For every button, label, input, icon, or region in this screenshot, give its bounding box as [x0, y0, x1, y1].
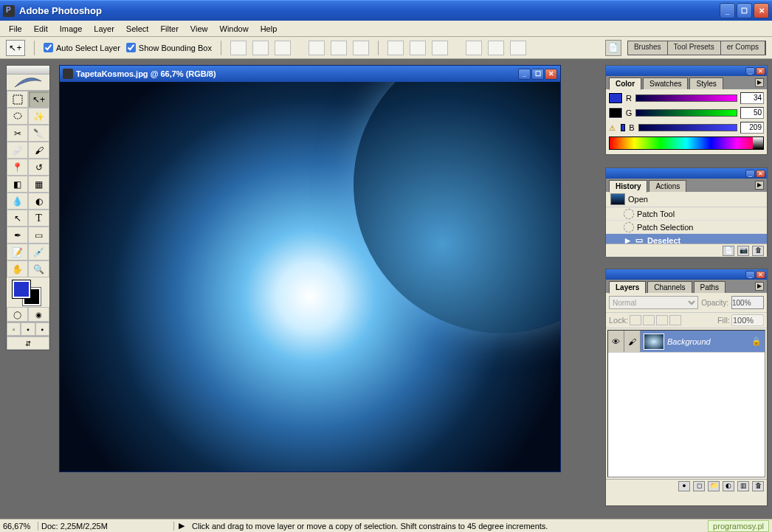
auto-select-layer-checkbox[interactable]: Auto Select Layer [44, 43, 120, 52]
doc-maximize-button[interactable]: ☐ [531, 69, 544, 80]
pen-tool[interactable]: ✒ [7, 227, 28, 243]
dodge-tool[interactable]: ◐ [28, 193, 49, 210]
doc-close-button[interactable]: ✕ [545, 69, 557, 80]
distribute-button[interactable] [510, 41, 526, 55]
gradient-tool[interactable]: ▦ [28, 176, 49, 193]
screen-mode-standard[interactable]: ▫ [7, 322, 21, 336]
panel-minimize-button[interactable]: _ [745, 67, 755, 75]
dock-tab-layer-comps[interactable]: er Comps [721, 41, 765, 55]
distribute-button[interactable] [387, 41, 404, 55]
delete-layer-button[interactable]: 🗑 [752, 481, 764, 491]
new-layer-button[interactable]: ▥ [737, 481, 749, 491]
show-bounding-box-checkbox[interactable]: Show Bounding Box [126, 43, 212, 52]
dock-tab-brushes[interactable]: Brushes [628, 41, 668, 55]
tab-styles[interactable]: Styles [689, 77, 723, 89]
history-brush-tool[interactable]: ↺ [28, 159, 49, 176]
tab-channels[interactable]: Channels [647, 281, 692, 293]
menu-help[interactable]: Help [255, 22, 283, 35]
gamut-warning-icon[interactable]: ⚠ [609, 124, 618, 132]
file-browser-button[interactable]: 📄 [605, 40, 621, 56]
brush-tool[interactable]: 🖌 [28, 142, 49, 159]
new-document-button[interactable]: 📄 [723, 246, 734, 256]
align-button[interactable] [252, 41, 269, 55]
doc-minimize-button[interactable]: _ [518, 69, 531, 80]
layer-thumbnail[interactable] [644, 334, 664, 350]
tab-color[interactable]: Color [609, 77, 641, 90]
layer-mask-button[interactable]: ◻ [693, 481, 705, 491]
magic-wand-tool[interactable]: ✨ [28, 108, 49, 125]
blue-slider[interactable] [638, 124, 737, 131]
align-button[interactable] [309, 41, 325, 55]
menu-view[interactable]: View [185, 22, 214, 35]
current-tool-indicator[interactable]: ↖+ [6, 40, 25, 56]
move-tool[interactable]: ↖+ [28, 91, 49, 108]
bounding-box-checkbox[interactable] [126, 43, 136, 52]
lock-image-button[interactable] [643, 315, 655, 325]
fg-color-swatch[interactable] [609, 93, 622, 103]
history-item[interactable]: ▶ ▭ Deselect [606, 234, 767, 243]
menu-file[interactable]: File [3, 22, 28, 35]
panel-close-button[interactable]: ✕ [756, 67, 765, 75]
layer-row[interactable]: 👁 🖌 Background 🔒 [608, 331, 765, 353]
tab-paths[interactable]: Paths [694, 281, 726, 293]
shape-tool[interactable]: ▭ [28, 227, 49, 243]
panel-menu-button[interactable]: ▶ [755, 181, 764, 190]
new-snapshot-button[interactable]: 📷 [737, 246, 749, 256]
zoom-field[interactable]: 66,67% [0, 522, 38, 531]
menu-layer[interactable]: Layer [88, 22, 120, 35]
minimize-button[interactable]: _ [720, 3, 735, 18]
status-menu-button[interactable]: ▶ [174, 521, 189, 531]
close-button[interactable]: ✕ [754, 3, 769, 18]
auto-select-checkbox[interactable] [44, 43, 53, 52]
maximize-button[interactable]: ☐ [737, 3, 752, 18]
doc-size-field[interactable]: Doc: 2,25M/2,25M [38, 522, 174, 531]
layer-link-toggle[interactable]: 🖌 [624, 331, 641, 352]
jump-to-imageready[interactable]: ⇵ [7, 336, 49, 350]
menu-filter[interactable]: Filter [154, 22, 184, 35]
hand-tool[interactable]: ✋ [7, 260, 28, 277]
lock-all-button[interactable] [669, 315, 681, 325]
screen-mode-full-menu[interactable]: ▪ [21, 322, 35, 336]
marquee-tool[interactable] [7, 91, 28, 108]
healing-brush-tool[interactable]: 🩹 [7, 142, 28, 159]
fill-input[interactable] [731, 314, 764, 326]
document-canvas[interactable] [60, 82, 560, 471]
history-item[interactable]: Patch Tool [606, 207, 767, 221]
clone-stamp-tool[interactable]: 📍 [7, 159, 28, 176]
eraser-tool[interactable]: ◧ [7, 176, 28, 193]
layer-name[interactable]: Background [667, 337, 751, 346]
panel-menu-button[interactable]: ▶ [755, 78, 764, 87]
panel-close-button[interactable]: ✕ [756, 170, 765, 178]
align-button[interactable] [331, 41, 347, 55]
tab-history[interactable]: History [609, 180, 647, 193]
red-value[interactable]: 34 [740, 92, 764, 104]
color-spectrum[interactable] [609, 137, 764, 150]
align-button[interactable] [230, 41, 247, 55]
green-slider[interactable] [635, 109, 737, 117]
document-titlebar[interactable]: TapetaKosmos.jpg @ 66,7% (RGB/8) _ ☐ ✕ [60, 66, 560, 82]
align-button[interactable] [353, 41, 369, 55]
history-item[interactable]: Patch Selection [606, 221, 767, 234]
lasso-tool[interactable] [7, 108, 28, 125]
distribute-button[interactable] [410, 41, 426, 55]
lock-transparency-button[interactable] [630, 315, 641, 325]
menu-image[interactable]: Image [54, 22, 89, 35]
panel-close-button[interactable]: ✕ [756, 271, 765, 279]
panel-minimize-button[interactable]: _ [745, 271, 755, 279]
panel-menu-button[interactable]: ▶ [755, 282, 764, 291]
blur-tool[interactable]: 💧 [7, 193, 28, 210]
lock-position-button[interactable] [656, 315, 668, 325]
screen-mode-full[interactable]: ▪ [35, 322, 49, 336]
toolbox-header[interactable] [7, 66, 49, 75]
opacity-input[interactable] [731, 296, 764, 309]
tab-layers[interactable]: Layers [609, 281, 646, 294]
panel-header[interactable]: _ ✕ [606, 168, 767, 179]
distribute-button[interactable] [466, 41, 482, 55]
layer-style-button[interactable]: ● [678, 481, 690, 491]
delete-button[interactable]: 🗑 [752, 246, 764, 256]
blue-value[interactable]: 209 [740, 122, 764, 134]
crop-tool[interactable]: ✂ [7, 125, 28, 142]
zoom-tool[interactable]: 🔍 [28, 260, 49, 277]
red-slider[interactable] [635, 94, 737, 102]
adjustment-layer-button[interactable]: ◐ [723, 481, 734, 491]
